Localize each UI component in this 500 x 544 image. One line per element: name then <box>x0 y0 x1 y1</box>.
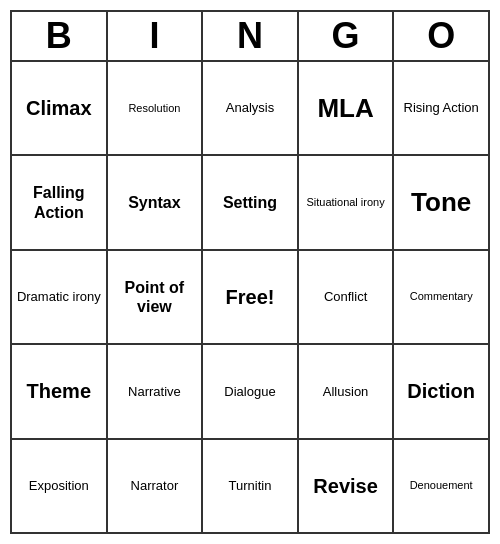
grid-row-4: ExpositionNarratorTurnitinReviseDenoueme… <box>12 440 488 532</box>
cell-4-3: Revise <box>299 440 395 532</box>
cell-1-1: Syntax <box>108 156 204 248</box>
cell-3-1: Narrative <box>108 345 204 437</box>
cell-text-3-1: Narrative <box>128 384 181 400</box>
cell-text-1-3: Situational irony <box>306 196 384 209</box>
cell-1-3: Situational irony <box>299 156 395 248</box>
cell-text-2-3: Conflict <box>324 289 367 305</box>
header-letter-O: O <box>394 12 488 60</box>
cell-2-1: Point of view <box>108 251 204 343</box>
cell-text-2-2: Free! <box>226 285 275 309</box>
cell-text-0-1: Resolution <box>128 102 180 115</box>
cell-text-3-0: Theme <box>27 379 91 403</box>
cell-text-4-4: Denouement <box>410 479 473 492</box>
grid-row-0: ClimaxResolutionAnalysisMLARising Action <box>12 62 488 156</box>
cell-3-0: Theme <box>12 345 108 437</box>
cell-text-0-4: Rising Action <box>404 100 479 116</box>
cell-text-1-2: Setting <box>223 193 277 212</box>
cell-2-3: Conflict <box>299 251 395 343</box>
cell-3-2: Dialogue <box>203 345 299 437</box>
cell-text-0-3: MLA <box>317 93 373 124</box>
header-letter-G: G <box>299 12 395 60</box>
cell-0-1: Resolution <box>108 62 204 154</box>
grid-row-1: Falling ActionSyntaxSettingSituational i… <box>12 156 488 250</box>
cell-text-1-0: Falling Action <box>16 183 102 221</box>
cell-text-3-3: Allusion <box>323 384 369 400</box>
cell-2-4: Commentary <box>394 251 488 343</box>
cell-text-0-2: Analysis <box>226 100 274 116</box>
header-letter-I: I <box>108 12 204 60</box>
cell-text-1-4: Tone <box>411 187 471 218</box>
cell-4-4: Denouement <box>394 440 488 532</box>
cell-1-2: Setting <box>203 156 299 248</box>
cell-3-3: Allusion <box>299 345 395 437</box>
header-letter-B: B <box>12 12 108 60</box>
cell-0-3: MLA <box>299 62 395 154</box>
cell-text-4-0: Exposition <box>29 478 89 494</box>
bingo-card: BINGO ClimaxResolutionAnalysisMLARising … <box>10 10 490 534</box>
cell-0-0: Climax <box>12 62 108 154</box>
grid-row-2: Dramatic ironyPoint of viewFree!Conflict… <box>12 251 488 345</box>
cell-1-4: Tone <box>394 156 488 248</box>
cell-2-2: Free! <box>203 251 299 343</box>
cell-0-4: Rising Action <box>394 62 488 154</box>
cell-0-2: Analysis <box>203 62 299 154</box>
grid-row-3: ThemeNarrativeDialogueAllusionDiction <box>12 345 488 439</box>
cell-text-3-4: Diction <box>407 379 475 403</box>
cell-text-1-1: Syntax <box>128 193 180 212</box>
cell-text-0-0: Climax <box>26 96 92 120</box>
cell-text-3-2: Dialogue <box>224 384 275 400</box>
header-letter-N: N <box>203 12 299 60</box>
cell-text-2-4: Commentary <box>410 290 473 303</box>
bingo-grid: ClimaxResolutionAnalysisMLARising Action… <box>12 62 488 532</box>
cell-text-4-3: Revise <box>313 474 378 498</box>
cell-1-0: Falling Action <box>12 156 108 248</box>
cell-4-2: Turnitin <box>203 440 299 532</box>
cell-text-2-1: Point of view <box>112 278 198 316</box>
cell-text-4-2: Turnitin <box>229 478 272 494</box>
cell-3-4: Diction <box>394 345 488 437</box>
cell-2-0: Dramatic irony <box>12 251 108 343</box>
cell-4-0: Exposition <box>12 440 108 532</box>
cell-text-4-1: Narrator <box>131 478 179 494</box>
cell-text-2-0: Dramatic irony <box>17 289 101 305</box>
bingo-header: BINGO <box>12 12 488 62</box>
cell-4-1: Narrator <box>108 440 204 532</box>
